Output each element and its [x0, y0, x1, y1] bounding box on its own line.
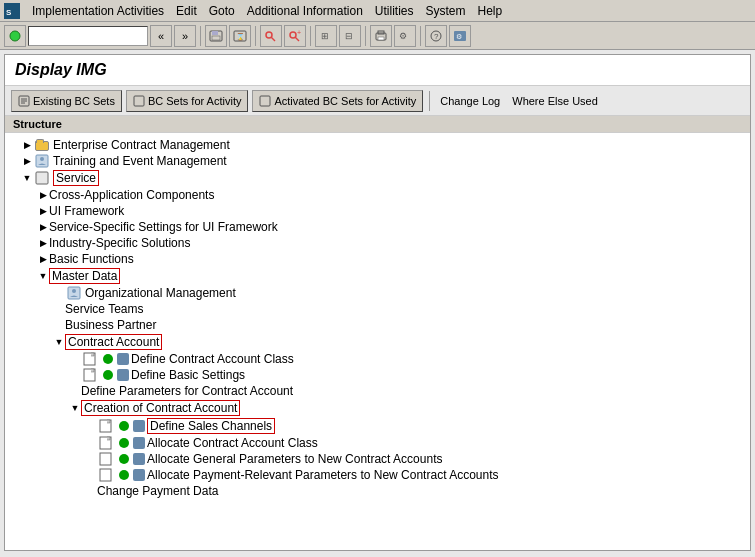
where-else-used-button[interactable]: Where Else Used	[508, 93, 602, 109]
bc-sets-activity-label: BC Sets for Activity	[148, 95, 242, 107]
menu-implementation[interactable]: Implementation Activities	[26, 2, 170, 20]
label-teams: Service Teams	[65, 302, 143, 316]
svg-text:S: S	[6, 8, 12, 17]
tree-item-partner[interactable]: Business Partner	[5, 317, 750, 333]
tree-item-org[interactable]: Organizational Management	[5, 285, 750, 301]
toggle-creation[interactable]: ▼	[69, 402, 81, 414]
settings-icon-allocate-general	[133, 453, 145, 465]
green-dot-define-basic	[103, 370, 113, 380]
nav-forward-icon[interactable]: »	[174, 25, 196, 47]
toggle-service-specific[interactable]: ▶	[37, 221, 49, 233]
page-icon-allocate-general	[99, 452, 115, 466]
toggle-define-basic[interactable]	[69, 369, 81, 381]
svg-rect-27	[134, 96, 144, 106]
toggle-change-payment[interactable]	[85, 485, 97, 497]
tree-item-service[interactable]: ▼ Service	[5, 169, 750, 187]
bc-sets-activity-button[interactable]: BC Sets for Activity	[126, 90, 249, 112]
settings-icon-allocate-payment	[133, 469, 145, 481]
tree-item-allocate-general[interactable]: Allocate General Parameters to New Contr…	[5, 451, 750, 467]
tree-item-allocate-class[interactable]: Allocate Contract Account Class	[5, 435, 750, 451]
svg-rect-38	[100, 453, 111, 465]
toggle-enterprise[interactable]: ▶	[21, 139, 33, 151]
page-title: Display IMG	[15, 61, 740, 79]
menu-edit[interactable]: Edit	[170, 2, 203, 20]
label-partner: Business Partner	[65, 318, 156, 332]
shortcut-button[interactable]: ⌛	[229, 25, 251, 47]
menu-system[interactable]: System	[420, 2, 472, 20]
command-input[interactable]	[28, 26, 148, 46]
change-log-button[interactable]: Change Log	[436, 93, 504, 109]
tree-item-allocate-payment[interactable]: Allocate Payment-Relevant Parameters to …	[5, 467, 750, 483]
tree-item-teams[interactable]: Service Teams	[5, 301, 750, 317]
icon-service	[35, 171, 51, 185]
expand-button[interactable]: ⊞	[315, 25, 337, 47]
print-button[interactable]	[370, 25, 392, 47]
toggle-training[interactable]: ▶	[21, 155, 33, 167]
save-button[interactable]	[205, 25, 227, 47]
structure-label: Structure	[5, 116, 750, 133]
tree-item-ui[interactable]: ▶ UI Framework	[5, 203, 750, 219]
tree-item-training[interactable]: ▶ Training and Event Management	[5, 153, 750, 169]
find-next-button[interactable]: +	[284, 25, 306, 47]
svg-text:⌛: ⌛	[236, 32, 245, 41]
tree-item-define-params[interactable]: Define Parameters for Contract Account	[5, 383, 750, 399]
toggle-org[interactable]	[53, 287, 65, 299]
tree-item-creation[interactable]: ▼ Creation of Contract Account	[5, 399, 750, 417]
toggle-allocate-general[interactable]	[85, 453, 97, 465]
toggle-service[interactable]: ▼	[21, 172, 33, 184]
help-button[interactable]: ?	[425, 25, 447, 47]
tree-item-service-specific[interactable]: ▶ Service-Specific Settings for UI Frame…	[5, 219, 750, 235]
toggle-cross[interactable]: ▶	[37, 189, 49, 201]
menu-utilities[interactable]: Utilities	[369, 2, 420, 20]
svg-rect-17	[378, 37, 384, 40]
tree-item-basic[interactable]: ▶ Basic Functions	[5, 251, 750, 267]
label-allocate-payment: Allocate Payment-Relevant Parameters to …	[147, 468, 499, 482]
collapse-button[interactable]: ⊟	[339, 25, 361, 47]
toggle-define-class[interactable]	[69, 353, 81, 365]
settings-icon-allocate-class	[133, 437, 145, 449]
activated-bc-sets-button[interactable]: Activated BC Sets for Activity	[252, 90, 423, 112]
toggle-master[interactable]: ▼	[37, 270, 49, 282]
action-toolbar: Existing BC Sets BC Sets for Activity Ac…	[5, 86, 750, 116]
tree-container[interactable]: ▶ Enterprise Contract Management ▶ Train…	[5, 133, 750, 513]
tree-item-industry[interactable]: ▶ Industry-Specific Solutions	[5, 235, 750, 251]
tree-item-define-basic[interactable]: Define Basic Settings	[5, 367, 750, 383]
tree-item-sales[interactable]: Define Sales Channels	[5, 417, 750, 435]
label-training: Training and Event Management	[53, 154, 227, 168]
toggle-basic[interactable]: ▶	[37, 253, 49, 265]
toggle-ui[interactable]: ▶	[37, 205, 49, 217]
nav-back-icon[interactable]: «	[150, 25, 172, 47]
green-dot-sales	[119, 421, 129, 431]
toggle-allocate-payment[interactable]	[85, 469, 97, 481]
config-button[interactable]: ⚙	[394, 25, 416, 47]
tree-item-contract[interactable]: ▼ Contract Account	[5, 333, 750, 351]
svg-text:?: ?	[434, 32, 439, 41]
tree-item-change-payment[interactable]: Change Payment Data	[5, 483, 750, 499]
menu-goto[interactable]: Goto	[203, 2, 241, 20]
sap-logo-icon[interactable]: S	[4, 3, 20, 19]
menu-additional-information[interactable]: Additional Information	[241, 2, 369, 20]
toolbar: « » ⌛ + ⊞ ⊟ ⚙ ? ⚙	[0, 22, 755, 50]
action-separator	[429, 91, 430, 111]
back-button[interactable]	[4, 25, 26, 47]
toggle-industry[interactable]: ▶	[37, 237, 49, 249]
person-icon-org	[67, 286, 83, 300]
toggle-define-params[interactable]	[69, 385, 81, 397]
toggle-allocate-class[interactable]	[85, 437, 97, 449]
svg-text:+: +	[297, 30, 301, 36]
label-define-class: Define Contract Account Class	[131, 352, 294, 366]
svg-text:⊟: ⊟	[345, 31, 353, 41]
toggle-teams[interactable]	[53, 303, 65, 315]
toggle-partner[interactable]	[53, 319, 65, 331]
toggle-sales[interactable]	[85, 420, 97, 432]
toggle-contract[interactable]: ▼	[53, 336, 65, 348]
settings-button[interactable]: ⚙	[449, 25, 471, 47]
find-button[interactable]	[260, 25, 282, 47]
tree-item-cross[interactable]: ▶ Cross-Application Components	[5, 187, 750, 203]
menu-help[interactable]: Help	[472, 2, 509, 20]
existing-bc-sets-button[interactable]: Existing BC Sets	[11, 90, 122, 112]
tree-item-define-class[interactable]: Define Contract Account Class	[5, 351, 750, 367]
tree-item-master[interactable]: ▼ Master Data	[5, 267, 750, 285]
tree-item-enterprise[interactable]: ▶ Enterprise Contract Management	[5, 137, 750, 153]
svg-point-30	[40, 157, 44, 161]
